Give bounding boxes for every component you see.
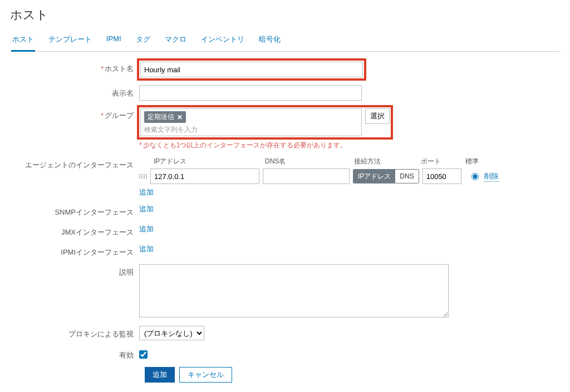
drag-handle-icon[interactable] bbox=[139, 174, 147, 178]
agent-delete-link[interactable]: 削除 bbox=[484, 171, 499, 182]
page-title: ホスト bbox=[10, 7, 560, 23]
agent-dns-input[interactable] bbox=[263, 168, 350, 184]
ipmi-add-link[interactable]: 追加 bbox=[139, 245, 154, 253]
tab-ipmi[interactable]: IPMI bbox=[105, 31, 122, 51]
tab-tag[interactable]: タグ bbox=[135, 31, 151, 51]
label-enabled: 有効 bbox=[10, 347, 139, 360]
group-multiselect[interactable]: 定期送信 ✕ 検索文字列を入力 bbox=[140, 108, 362, 136]
tab-inventory[interactable]: インベントリ bbox=[200, 31, 245, 51]
label-jmx-iface: JMXインターフェース bbox=[10, 224, 139, 237]
submit-button[interactable]: 追加 bbox=[145, 367, 175, 383]
jmx-add-link[interactable]: 追加 bbox=[139, 225, 154, 233]
proxy-select[interactable]: (プロキシなし) bbox=[139, 326, 204, 340]
cancel-button[interactable]: キャンセル bbox=[179, 367, 232, 383]
conn-toggle: IPアドレス DNS bbox=[353, 169, 419, 183]
group-tag-label: 定期送信 bbox=[148, 112, 174, 122]
interface-warning: *少なくとも1つ以上のインターフェースが存在する必要があります。 bbox=[139, 141, 560, 150]
host-name-input[interactable] bbox=[140, 62, 363, 77]
tab-macro[interactable]: マクロ bbox=[164, 31, 188, 51]
label-agent-iface: エージェントのインターフェース bbox=[10, 157, 139, 170]
agent-add-link[interactable]: 追加 bbox=[139, 188, 154, 196]
conn-ip-button[interactable]: IPアドレス bbox=[353, 170, 395, 183]
label-ipmi-iface: IPMIインターフェース bbox=[10, 244, 139, 257]
label-proxy: プロキシによる監視 bbox=[10, 326, 139, 339]
group-tag[interactable]: 定期送信 ✕ bbox=[144, 111, 186, 123]
remove-group-icon[interactable]: ✕ bbox=[177, 113, 183, 121]
snmp-add-link[interactable]: 追加 bbox=[139, 205, 154, 213]
agent-default-radio[interactable] bbox=[471, 173, 479, 180]
description-textarea[interactable] bbox=[139, 264, 449, 317]
tab-template[interactable]: テンプレート bbox=[47, 31, 93, 51]
agent-ip-input[interactable] bbox=[150, 168, 259, 184]
agent-port-input[interactable] bbox=[422, 168, 461, 184]
group-search-placeholder: 検索文字列を入力 bbox=[144, 125, 358, 135]
label-snmp-iface: SNMPインターフェース bbox=[10, 204, 139, 217]
label-groups: *グループ bbox=[10, 107, 139, 121]
select-group-button[interactable]: 選択 bbox=[365, 108, 390, 124]
visible-name-input[interactable] bbox=[139, 85, 362, 101]
tabs: ホスト テンプレート IPMI タグ マクロ インベントリ 暗号化 bbox=[10, 31, 560, 52]
label-host-name: *ホスト名 bbox=[10, 61, 139, 74]
conn-dns-button[interactable]: DNS bbox=[395, 170, 418, 183]
tab-encryption[interactable]: 暗号化 bbox=[258, 31, 282, 51]
tab-host[interactable]: ホスト bbox=[11, 31, 35, 52]
label-description: 説明 bbox=[10, 264, 139, 277]
label-visible-name: 表示名 bbox=[10, 85, 139, 98]
enabled-checkbox[interactable] bbox=[139, 350, 148, 359]
agent-iface-row: IPアドレス DNS 削除 bbox=[139, 168, 560, 184]
iface-header: IPアドレス DNS名 接続方法 ポート 標準 bbox=[139, 157, 560, 166]
